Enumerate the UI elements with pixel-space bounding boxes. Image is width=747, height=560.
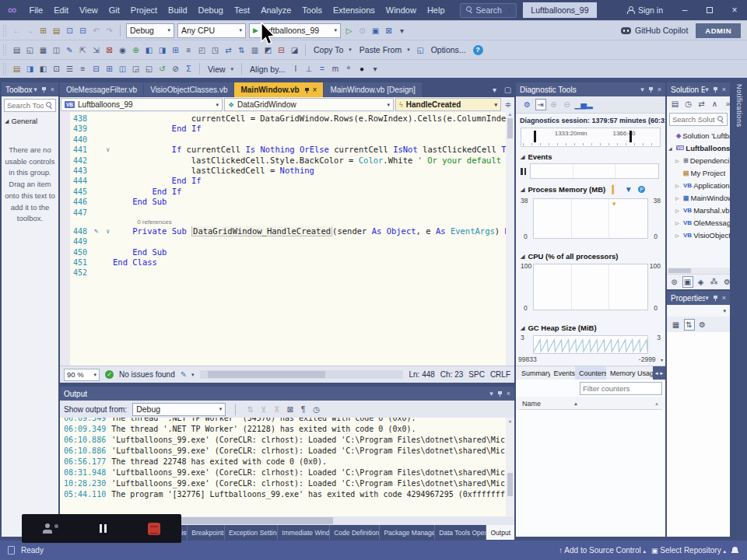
menu-help[interactable]: Help (422, 0, 451, 20)
scroll-tabs-right-icon[interactable]: ▸ (661, 370, 664, 376)
record-layout-icon[interactable]: ● (356, 63, 367, 75)
remove-row-icon[interactable]: ⊟ (276, 44, 287, 56)
menu-analyze[interactable]: Analyze (255, 0, 296, 20)
screenshare-stop-icon[interactable] (148, 523, 160, 535)
editor-tab-mainwindow-vb-design-[interactable]: MainWindow.vb [Design] (324, 82, 422, 97)
tree-item-visioobjectc[interactable]: ▷VBVisioObjectC (667, 229, 730, 241)
screenshare-pause-icon[interactable] (100, 524, 107, 533)
scrollbar-thumb[interactable] (208, 371, 326, 378)
outline-view-icon[interactable]: ≡ (78, 63, 89, 75)
outline-collapse-icon[interactable]: ∨ (106, 226, 110, 236)
sum-icon[interactable]: Σ (184, 63, 195, 75)
window-position-icon[interactable]: ▾ (640, 86, 644, 93)
search-box[interactable]: Search ▾ (460, 3, 517, 18)
tree-item-marshal-vb[interactable]: ▷VBMarshal.vb (667, 204, 730, 216)
breakpoints-window-icon[interactable]: ⊠ (384, 25, 395, 37)
git-changes-icon[interactable]: ⊚ (669, 276, 680, 288)
code-line-443[interactable]: 443lastClickedCell = Nothing (60, 166, 506, 176)
new-project-icon[interactable]: ⊞ (38, 25, 49, 37)
outline-collapse-icon[interactable]: ∨ (106, 145, 110, 155)
scroll-tabs-left-icon[interactable]: ◂ (655, 370, 658, 376)
tree-item-luftballoons-9[interactable]: ◢VBLuftballoons_9 (667, 142, 730, 154)
code-line-449[interactable]: 449 (60, 236, 506, 247)
window-position-icon[interactable]: ▾ (705, 294, 709, 302)
toolbar-grip[interactable] (3, 44, 6, 56)
timeline-range-start-handle[interactable] (534, 131, 536, 142)
timeline-chart-icon[interactable]: ▁▅▂ (575, 99, 593, 110)
close-icon[interactable]: × (722, 294, 726, 302)
next-message-icon[interactable]: ⊼ (272, 404, 282, 415)
code-line-447[interactable]: 447 (60, 208, 506, 218)
swap-shapes-icon[interactable]: ⇄ (223, 44, 234, 56)
code-line-441[interactable]: 441∨If currentCell Is Nothing OrElse cur… (60, 145, 506, 155)
toolbox-section-general[interactable]: ◢General (2, 114, 58, 128)
delete-icon[interactable]: ⊠ (104, 44, 115, 56)
add-shape-icon[interactable]: ▤ (12, 44, 23, 56)
menu-extensions[interactable]: Extensions (328, 0, 381, 20)
editor-tab-visioobjectclasses-vb[interactable]: VisioObjectClasses.vb (144, 82, 233, 97)
solution-search-input[interactable] (672, 115, 715, 124)
tree-item-applicatione[interactable]: ▷VBApplicationE (667, 179, 730, 191)
output-source-dropdown[interactable]: Debug▾ (132, 403, 226, 416)
memory-section-header[interactable]: ◢Process Memory (MB)▎▼P (516, 180, 665, 197)
tree-item-olemessage[interactable]: ▷VBOleMessage (667, 216, 730, 229)
screenshare-people-icon[interactable] (43, 523, 58, 534)
panel-tab-output[interactable]: Output (486, 525, 514, 540)
fill-style-icon[interactable]: ◪ (289, 44, 300, 56)
open-file-icon[interactable]: ▤ (51, 25, 62, 37)
toolbar-grip[interactable] (3, 63, 6, 75)
pin-tab-icon[interactable] (304, 87, 309, 93)
categorized-icon[interactable]: ▦ (671, 319, 682, 331)
cursor-tool-icon[interactable]: I (290, 63, 301, 75)
minimize-button[interactable]: – (672, 0, 697, 20)
code-line-452[interactable]: 452 (60, 268, 506, 278)
duplicate-shape-icon[interactable]: ◱ (25, 44, 36, 56)
panel-tab-immediate-wind-[interactable]: Immediate Wind... (278, 525, 330, 540)
timestamps-icon[interactable]: ◷ (311, 404, 322, 415)
zoom-in-icon[interactable]: ⊕ (549, 99, 559, 110)
editor-tab-mainwindow-vb[interactable]: MainWindow.vb× (234, 82, 323, 97)
float-tab-icon[interactable]: ▢ (503, 84, 514, 96)
panel-tab-code-definition-[interactable]: Code Definition... (330, 525, 380, 540)
diagnostics-timeline[interactable]: 1333:20min 1366:40 (521, 128, 661, 147)
issues-label[interactable]: No issues found (119, 370, 175, 379)
panel-tab-exception-settings[interactable]: Exception Settings (225, 525, 278, 540)
code-line-439[interactable]: 439End If (60, 124, 506, 134)
spaces-indicator[interactable]: SPC (468, 370, 485, 379)
type-dropdown[interactable]: ❖DataGridWindow▾ (224, 98, 394, 111)
window-position-icon[interactable]: ▾ (705, 86, 709, 93)
dock-icon[interactable]: ◲ (131, 63, 142, 75)
undock-icon[interactable]: ◱ (144, 63, 155, 75)
menu-project[interactable]: Project (125, 0, 163, 20)
panel-tab-package-manage-[interactable]: Package Manage... (380, 525, 435, 540)
solution-configurations-dropdown[interactable]: Debug▾ (126, 23, 174, 38)
select-repository-button[interactable]: ▣ Select Repository ▴ (651, 546, 726, 555)
rows-icon[interactable]: ▥ (250, 44, 261, 56)
export-icon[interactable]: ⊡ (51, 63, 62, 75)
diag-tab-counters[interactable]: Counters (575, 366, 606, 380)
code-line-451[interactable]: 451End Class (60, 257, 506, 268)
add-to-source-control-button[interactable]: ↑ Add to Source Control ▴ (559, 546, 646, 555)
diag-tab-summary[interactable]: Summary (517, 366, 550, 380)
expand-arrow-icon[interactable]: ▷ (675, 220, 682, 226)
code-line-446[interactable]: 446End Sub (60, 197, 506, 207)
alphabetical-icon[interactable]: ⇅ (684, 319, 695, 331)
pin-icon[interactable] (648, 86, 654, 93)
menu-tools[interactable]: Tools (296, 0, 328, 20)
scroll-up-icon[interactable]: ▲ (654, 401, 659, 406)
layout-toolbar-options-icon[interactable]: ▾ (370, 63, 381, 75)
start-without-debugging-icon[interactable]: ▷ (344, 25, 355, 37)
sign-in-button[interactable]: Sign in (626, 5, 663, 15)
menu-window[interactable]: Window (381, 0, 422, 20)
edit-shape-icon[interactable]: ✎ (65, 44, 75, 56)
project-dropdown[interactable]: VBLuftballoons_99▾ (61, 98, 223, 111)
active-document-pill[interactable]: Luftballoons_99 (523, 2, 596, 18)
column-indicator[interactable]: Ch: 23 (440, 370, 463, 379)
bring-to-front-icon[interactable]: ⇱ (78, 44, 89, 56)
menu-git[interactable]: Git (103, 0, 125, 20)
clear-all-icon[interactable]: ⊠ (285, 404, 296, 415)
close-button[interactable]: × (722, 0, 747, 20)
find-message-icon[interactable]: ⇅ (245, 404, 256, 415)
editor-vertical-scrollbar[interactable]: ▲ (506, 112, 514, 366)
counters-name-header[interactable]: Name▲▲ (519, 398, 662, 410)
